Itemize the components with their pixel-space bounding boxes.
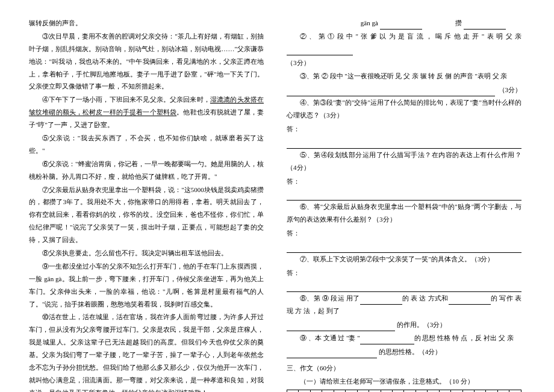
- blank-q9b[interactable]: [287, 350, 377, 358]
- paragraph-8: ⑧父亲执意要走。怎么留也不行。我决定叫辆出租车送他回去。: [29, 247, 264, 260]
- blank-q7[interactable]: [287, 280, 521, 292]
- q9-line2: 的思想性格。（4分）: [287, 346, 521, 358]
- writing-grid[interactable]: [287, 390, 521, 392]
- q2-score: （3分）: [287, 57, 521, 69]
- essay-sub1: （一）请给班主任老师写一张请假条，注意格式。（10 分）: [300, 375, 521, 388]
- question-7: ⑦、联系上下文说明第⑦段中"父亲笑了一笑"的具体含义。（3分）: [287, 253, 521, 266]
- answer-5-label: 答：: [287, 175, 521, 188]
- paragraph-10: ⑩活在世上，活在城里，活在官场，我在许多人面前弯过腰，为许多人开过车门，但从没有…: [29, 311, 264, 392]
- paragraph-5: ⑤父亲说："我去买东西了，不会买，也不知你们缺啥，就琢磨着买了这些。": [29, 132, 264, 157]
- q8-line2: 的作用。（3分）: [287, 319, 521, 331]
- blank-q6[interactable]: [287, 241, 521, 253]
- paragraph-6: ⑥父亲说："蜂蜜治胃病，你记着，一早一晚都要喝一勺。她是用脑的人，核桃粉补脑。孙…: [29, 158, 264, 183]
- blank-q8a[interactable]: [360, 297, 402, 305]
- question-4: ④、第③段"妻"的"交待"运用了什么简短的排比句，表现了"妻"当时什么样的心理状…: [287, 96, 521, 122]
- blank-q5[interactable]: [287, 188, 521, 201]
- paragraph-9: ⑨一生都没坐过小车的父亲不知怎么打开车门，他的手在车门上东摸西摸，一脸 gān …: [29, 260, 264, 311]
- section-3-heading: 三、作文（60分）: [287, 362, 521, 375]
- blank-q8b[interactable]: [449, 297, 491, 305]
- left-column: 辗转反侧的声音。 ③次日早晨，妻用不友善的腔调对父亲交待："茶几上有好烟，有烟缸…: [29, 17, 264, 392]
- paragraph-3: ③次日早晨，妻用不友善的腔调对父亲交待："茶几上有好烟，有烟缸，别抽叶子烟，别乱…: [29, 30, 264, 93]
- blank-q4[interactable]: [287, 137, 521, 149]
- answer-6-label: 答：: [287, 227, 521, 240]
- blank-q8c[interactable]: [287, 323, 395, 331]
- pinyin-text: gān gà: [361, 19, 378, 26]
- q3-score: （3分）: [499, 84, 522, 96]
- question-2: ②、第①段中"张爹以为是盲流，喝斥他走开"表明父亲: [287, 30, 521, 55]
- question-3: ③、第 ② 段中 "这一夜很晚还听 见 父 亲 辗 转 反 侧 的声音 "表明 …: [287, 70, 521, 82]
- question-6: ⑥、将"父亲最后从贴身衣兜里拿出一个塑料袋"中的"贴身"两个字删去，与原句的表达…: [287, 201, 521, 226]
- answer-7-label: 答：: [287, 267, 521, 279]
- question-8: ⑧、第 ⑨ 段运 用了的 表 达 方式和的 写作 表现 方 法 ，起 到了: [287, 292, 521, 317]
- blank-q2[interactable]: [287, 47, 353, 55]
- right-column: gān gà 攒 ②、第①段中"张爹以为是盲流，喝斥他走开"表明父亲 （3分） …: [287, 17, 521, 392]
- q1-pinyin-line: gān gà 攒: [287, 17, 521, 30]
- paragraph-4: ④下午下了一场小雨，下班回来不见父亲。父亲回来时，湿漉漉的头发搭在皱纹堆砌的额头…: [29, 93, 264, 131]
- p4-text-a: ④下午下了一场小雨，下班回来不见父亲。父亲回来时，: [42, 96, 210, 103]
- blank-q3[interactable]: [287, 84, 495, 96]
- paragraph-7: ⑦父亲最后从贴身衣兜里拿出一个塑料袋，说："这5000块钱是我卖鸡卖猪攒的，都攒…: [29, 184, 264, 246]
- char-zan: 攒: [455, 19, 462, 26]
- blank-zan[interactable]: [464, 22, 506, 30]
- blank-pinyin[interactable]: [380, 22, 422, 30]
- question-5: ⑤、第④段划线部分运用了什么描写手法？在内容的表达上有什么作用？（4分）: [287, 149, 521, 174]
- question-9: ⑨ 、本 文通 过 "妻 "的 思想 性格 特 点 ，反 衬出 父 亲: [287, 332, 521, 344]
- paragraph-continuation: 辗转反侧的声音。: [29, 17, 264, 30]
- answer-4-label: 答：: [287, 123, 521, 135]
- blank-q9a[interactable]: [360, 337, 414, 344]
